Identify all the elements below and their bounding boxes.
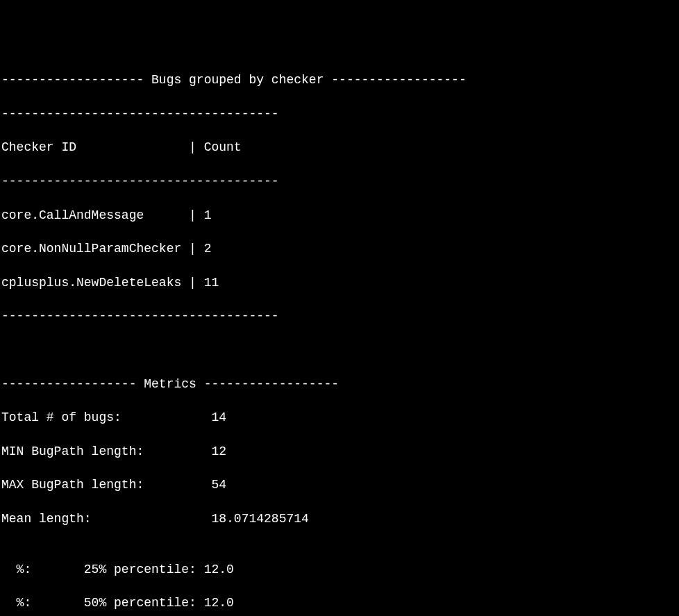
section-bugs-title: ------------------- Bugs grouped by chec… <box>1 73 467 87</box>
metric-line: Total # of bugs: 14 <box>1 410 226 424</box>
metric-line: MAX BugPath length: 54 <box>1 478 226 492</box>
metric-line: Mean length: 18.0714285714 <box>1 512 309 526</box>
table-row: cplusplus.NewDeleteLeaks | 11 <box>1 276 219 290</box>
table-row: core.CallAndMessage | 1 <box>1 208 211 222</box>
section-metrics-title: ------------------ Metrics -------------… <box>1 377 339 391</box>
separator-line: ------------------------------------- <box>1 309 279 323</box>
metric-line: MIN BugPath length: 12 <box>1 444 226 458</box>
table-row: core.NonNullParamChecker | 2 <box>1 242 211 256</box>
percentile-line: %: 25% percentile: 12.0 <box>1 563 234 576</box>
separator-line: ------------------------------------- <box>1 174 279 188</box>
percentile-line: %: 50% percentile: 12.0 <box>1 596 234 610</box>
table-header: Checker ID | Count <box>1 140 242 154</box>
separator-line: ------------------------------------- <box>1 107 279 121</box>
